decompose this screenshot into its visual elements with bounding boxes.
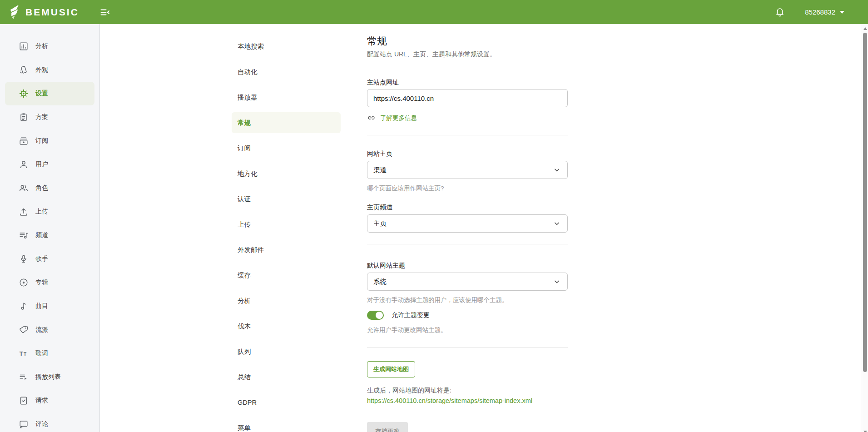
menu-collapse-icon	[99, 7, 110, 18]
vertical-scrollbar[interactable]	[862, 24, 868, 432]
homepage-channel-label: 主页频道	[367, 204, 568, 212]
notifications-button[interactable]	[773, 5, 787, 19]
sidebar-item-uploads[interactable]: 上传	[5, 200, 94, 223]
username: 85268832	[805, 8, 835, 16]
sitemap-url-link[interactable]: https://cs.400110.cn/storage/sitemaps/si…	[367, 397, 532, 404]
settings-nav-item-8[interactable]: 外发邮件	[232, 237, 341, 263]
generate-sitemap-button[interactable]: 生成网站地图	[367, 361, 415, 377]
sidebar-item-settings[interactable]: 设置	[5, 82, 94, 105]
homepage-channel-select[interactable]: 主页	[367, 214, 568, 233]
homepage-select[interactable]: 渠道	[367, 161, 568, 179]
settings-nav-item-11[interactable]: 伐木	[232, 313, 341, 339]
user-menu[interactable]: 85268832	[805, 8, 844, 16]
divider	[367, 135, 568, 135]
divider	[367, 347, 568, 348]
tag-icon	[19, 325, 29, 335]
default-theme-label: 默认网站主题	[367, 262, 568, 270]
queue-music-icon	[19, 230, 29, 240]
sidebar-item-label: 外观	[35, 66, 48, 74]
sidebar-item-label: 请求	[35, 397, 48, 405]
settings-nav-item-13[interactable]: 总结	[232, 364, 341, 390]
settings-nav-item-2[interactable]: 播放器	[232, 84, 341, 110]
sidebar-item-label: 用户	[35, 160, 48, 169]
chevron-down-icon	[552, 219, 561, 228]
sidebar-item-playlists[interactable]: 播放列表	[5, 365, 94, 389]
settings-nav-item-5[interactable]: 地方化	[232, 161, 341, 186]
chevron-down-icon	[552, 277, 561, 286]
settings-nav-item-4[interactable]: 订阅	[232, 135, 341, 161]
sidebar-item-users[interactable]: 用户	[5, 153, 94, 176]
settings-nav-item-9[interactable]: 缓存	[232, 263, 341, 288]
sidebar-item-tracks[interactable]: 曲目	[5, 294, 94, 318]
sidebar-collapse-button[interactable]	[97, 5, 113, 20]
divider	[367, 244, 568, 244]
bemusic-logo-icon	[6, 4, 23, 20]
comment-icon	[19, 419, 29, 429]
sidebar-item-label: 专辑	[35, 278, 48, 287]
sidebar-item-label: 评论	[35, 420, 48, 428]
settings-nav-item-10[interactable]: 分析	[232, 288, 341, 313]
subscriptions-icon	[19, 136, 29, 146]
sidebar-item-roles[interactable]: 角色	[5, 176, 94, 200]
sidebar-item-label: 上传	[35, 208, 48, 216]
sidebar-item-label: 角色	[35, 184, 48, 192]
allow-theme-change-toggle[interactable]	[367, 311, 384, 320]
settings-nav-item-15[interactable]: 菜单	[232, 415, 341, 432]
sidebar-item-lyrics[interactable]: TT歌词	[5, 342, 94, 365]
sidebar-item-artists[interactable]: 歌手	[5, 247, 94, 271]
settings-nav-item-3[interactable]: 常规	[232, 112, 341, 133]
sidebar-item-label: 曲目	[35, 302, 48, 310]
settings-nav-item-7[interactable]: 上传	[232, 212, 341, 237]
sidebar-item-label: 分析	[35, 42, 48, 50]
general-settings-panel: 常规 配置站点 URL、主页、主题和其他常规设置。 主站点网址 了解更多信息 网…	[367, 24, 568, 432]
page-title: 常规	[367, 35, 568, 48]
page-subtitle: 配置站点 URL、主页、主题和其他常规设置。	[367, 50, 568, 59]
settings-nav-item-0[interactable]: 本地搜索	[232, 34, 341, 59]
sidebar-item-requests[interactable]: 请求	[5, 389, 94, 412]
scroll-up-arrow-icon[interactable]	[863, 27, 867, 30]
default-theme-select-value: 系统	[373, 278, 387, 286]
theme-toggle-label: 允许主题变更	[392, 311, 430, 319]
sidebar-item-comments[interactable]: 评论	[5, 412, 94, 432]
sidebar-item-label: 歌手	[35, 255, 48, 263]
default-theme-help: 对于没有手动选择主题的用户，应该使用哪个主题。	[367, 296, 568, 304]
sidebar-item-label: 播放列表	[35, 373, 61, 381]
logo-text: BEMUSIC	[25, 7, 79, 18]
sidebar-item-subscriptions[interactable]: 订阅	[5, 129, 94, 153]
caret-down-icon	[840, 11, 844, 14]
settings-nav-item-1[interactable]: 自动化	[232, 59, 341, 84]
scrollbar-thumb[interactable]	[863, 33, 867, 372]
sidebar-item-appearance[interactable]: 外观	[5, 58, 94, 82]
upload-icon	[19, 207, 29, 217]
sitemap-note: 生成后，网站地图的网址将是:	[367, 387, 568, 395]
save-changes-button[interactable]: 存档更改	[367, 422, 408, 432]
settings-nav-item-6[interactable]: 认证	[232, 186, 341, 212]
settings-nav-item-14[interactable]: GDPR	[232, 390, 341, 415]
sidebar-item-channels[interactable]: 频道	[5, 223, 94, 247]
settings-nav-item-12[interactable]: 队列	[232, 339, 341, 364]
default-theme-select[interactable]: 系统	[367, 273, 568, 291]
settings-subnav: 本地搜索自动化播放器常规订阅地方化认证上传外发邮件缓存分析伐木队列总结GDPR菜…	[232, 24, 341, 432]
sidebar-item-genres[interactable]: 流派	[5, 318, 94, 342]
sidebar-item-label: 频道	[35, 231, 48, 239]
sidebar-item-albums[interactable]: 专辑	[5, 271, 94, 294]
svg-text:T: T	[20, 350, 23, 357]
bemusic-logo[interactable]: BEMUSIC	[0, 4, 94, 20]
homepage-label: 网站主页	[367, 150, 568, 158]
microphone-icon	[19, 254, 29, 264]
learn-more-row: 了解更多信息	[367, 114, 568, 122]
site-url-input[interactable]	[367, 89, 568, 107]
homepage-help: 哪个页面应该用作网站主页?	[367, 184, 568, 193]
header-actions: 85268832	[773, 5, 868, 19]
sidebar-item-analytics[interactable]: 分析	[5, 35, 94, 58]
gear-icon	[19, 89, 29, 99]
theme-toggle-help: 允许用户手动更改网站主题。	[367, 326, 568, 334]
learn-more-link[interactable]: 了解更多信息	[380, 114, 417, 122]
sidebar-item-plans[interactable]: 方案	[5, 105, 94, 129]
sidebar-nav: 分析外观设置方案订阅用户角色上传频道歌手专辑曲目流派TT歌词播放列表请求评论	[0, 24, 100, 432]
chevron-down-icon	[552, 165, 561, 174]
people-icon	[19, 183, 29, 193]
appearance-icon	[19, 65, 29, 75]
lyrics-icon: TT	[19, 348, 29, 358]
bell-icon	[774, 7, 785, 18]
